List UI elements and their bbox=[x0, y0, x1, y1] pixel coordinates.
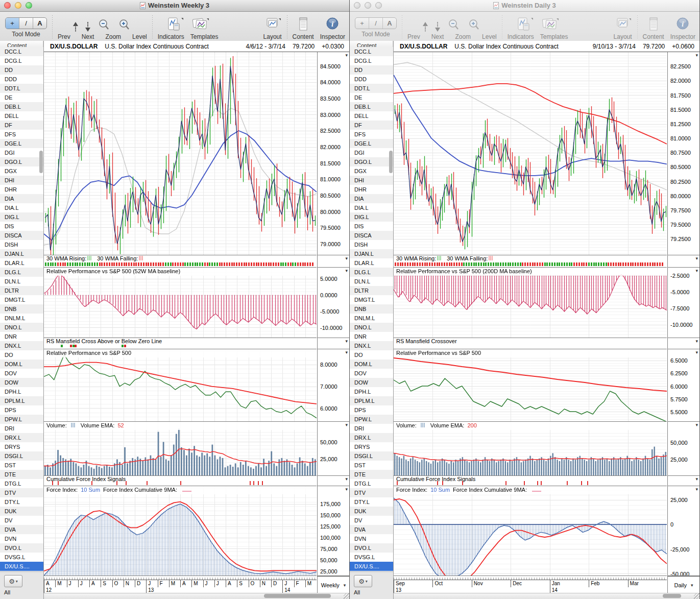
layout-button[interactable] bbox=[614, 16, 632, 32]
sidebar-item[interactable]: DRX.L bbox=[350, 433, 393, 442]
sidebar-item[interactable]: DJAN.L bbox=[350, 249, 393, 258]
sidebar-item[interactable]: DRI bbox=[350, 424, 393, 433]
force-index-canvas[interactable] bbox=[44, 486, 317, 576]
sidebar-item[interactable]: DO bbox=[350, 350, 393, 360]
price-chart-canvas[interactable] bbox=[44, 52, 317, 255]
sidebar-item[interactable]: DOM.L bbox=[0, 360, 43, 369]
sidebar-item[interactable]: DDD bbox=[350, 75, 393, 84]
sidebar-item[interactable]: DNO.L bbox=[350, 323, 393, 332]
scrollbar-thumb[interactable] bbox=[264, 594, 331, 598]
sidebar-item[interactable]: DNR bbox=[350, 332, 393, 341]
sidebar-item[interactable]: DNB bbox=[0, 304, 43, 314]
title-bar[interactable]: Weinstein Daily 3 bbox=[350, 0, 699, 12]
sidebar-item[interactable]: DMGT.L bbox=[0, 295, 43, 304]
zoom-window-button[interactable] bbox=[26, 2, 32, 9]
action-gear-button[interactable]: ⚙▾ bbox=[354, 575, 372, 587]
sidebar-item[interactable]: DPLM.L bbox=[0, 396, 43, 405]
sidebar-item[interactable]: DIG.L bbox=[0, 212, 43, 222]
sidebar-item[interactable]: DHI bbox=[350, 176, 393, 185]
sidebar-scrollbar[interactable] bbox=[39, 151, 43, 173]
horizontal-scrollbar[interactable] bbox=[44, 593, 349, 599]
sidebar-item[interactable]: DVA bbox=[0, 525, 43, 534]
sidebar-item[interactable]: DST bbox=[350, 461, 393, 470]
sidebar-item[interactable]: DVN bbox=[0, 534, 43, 543]
templates-button[interactable] bbox=[541, 16, 559, 32]
line-tool-button[interactable]: / bbox=[19, 18, 33, 29]
sidebar-item[interactable]: DTE bbox=[350, 470, 393, 479]
sidebar-item[interactable]: DTV bbox=[350, 488, 393, 497]
sidebar-item[interactable]: DPH.L bbox=[0, 387, 43, 396]
minimize-button[interactable] bbox=[15, 2, 21, 9]
sidebar-item[interactable]: DVA bbox=[350, 525, 393, 534]
sidebar-item[interactable]: DF bbox=[350, 121, 393, 130]
sidebar-item[interactable]: DTY.L bbox=[350, 497, 393, 507]
sidebar-item[interactable]: DNR bbox=[0, 332, 43, 341]
sidebar-item[interactable]: DFS bbox=[0, 130, 43, 139]
sidebar-scrollbar[interactable] bbox=[389, 151, 393, 173]
zoom-out-button[interactable] bbox=[447, 18, 461, 32]
sidebar-item[interactable]: DOW bbox=[350, 378, 393, 387]
sidebar-item[interactable]: DV bbox=[0, 516, 43, 525]
sidebar-item[interactable]: DTY.L bbox=[0, 497, 43, 507]
period-dropdown[interactable]: Weekly▾ bbox=[317, 576, 349, 593]
relative-performance-histogram-canvas[interactable] bbox=[44, 268, 317, 338]
sidebar-item[interactable]: DPS bbox=[0, 405, 43, 415]
close-button[interactable] bbox=[354, 2, 360, 9]
sidebar-item[interactable]: DLAR.L bbox=[0, 258, 43, 268]
sidebar-item[interactable]: DGX bbox=[350, 166, 393, 176]
sidebar-item[interactable]: DCC.L bbox=[0, 47, 43, 56]
sidebar-item[interactable]: DIS bbox=[350, 222, 393, 231]
horizontal-scrollbar[interactable] bbox=[394, 593, 699, 599]
text-tool-button[interactable]: A bbox=[383, 18, 396, 29]
crosshair-tool-button[interactable]: + bbox=[355, 18, 369, 29]
sidebar-item[interactable]: DX/U.S.... bbox=[0, 562, 43, 571]
sidebar-item[interactable]: DPLM.L bbox=[350, 396, 393, 405]
sidebar-item[interactable]: DGI bbox=[350, 148, 393, 157]
sidebar-item[interactable]: DHR bbox=[0, 185, 43, 194]
sidebar-item[interactable]: DNX.L bbox=[350, 341, 393, 350]
pane-options-dropdown[interactable]: ▾ bbox=[345, 487, 348, 492]
sidebar-item[interactable]: DPS bbox=[350, 405, 393, 415]
sidebar-item[interactable]: DNB bbox=[350, 304, 393, 314]
crosshair-tool-button[interactable]: + bbox=[6, 18, 19, 29]
pane-options-dropdown[interactable]: ▾ bbox=[345, 268, 348, 273]
pane-options-dropdown[interactable]: ▾ bbox=[345, 476, 348, 482]
next-button[interactable] bbox=[85, 20, 90, 32]
sidebar-item[interactable]: DEB.L bbox=[0, 102, 43, 111]
pane-options-dropdown[interactable]: ▾ bbox=[345, 256, 348, 261]
sidebar-item[interactable]: DUK bbox=[350, 507, 393, 516]
sidebar-item[interactable]: DJAN.L bbox=[0, 249, 43, 258]
text-tool-button[interactable]: A bbox=[33, 18, 46, 29]
sidebar-item[interactable]: DDT.L bbox=[0, 84, 43, 93]
force-index-canvas[interactable] bbox=[394, 486, 667, 576]
sidebar-item[interactable]: DVO.L bbox=[350, 543, 393, 553]
sidebar-item[interactable]: DISH bbox=[350, 240, 393, 249]
pane-options-dropdown[interactable]: ▾ bbox=[695, 476, 698, 482]
line-tool-button[interactable]: / bbox=[369, 18, 383, 29]
sidebar-item[interactable]: DLG.L bbox=[0, 268, 43, 277]
action-gear-button[interactable]: ⚙▾ bbox=[4, 575, 22, 587]
pane-options-dropdown[interactable]: ▾ bbox=[345, 350, 348, 355]
sidebar-item[interactable]: DST bbox=[0, 461, 43, 470]
sidebar-item[interactable]: DDD bbox=[0, 75, 43, 84]
content-button[interactable] bbox=[647, 16, 660, 32]
pane-options-dropdown[interactable]: ▾ bbox=[345, 339, 348, 344]
indicators-button[interactable] bbox=[516, 16, 534, 32]
price-chart-canvas[interactable] bbox=[394, 52, 667, 255]
content-button[interactable] bbox=[297, 16, 309, 32]
sidebar-item[interactable]: DRX.L bbox=[0, 433, 43, 442]
sidebar-item[interactable]: DGO.L bbox=[350, 157, 393, 166]
prev-button[interactable] bbox=[73, 20, 78, 32]
sidebar-item[interactable]: DLAR.L bbox=[350, 258, 393, 268]
zoom-out-button[interactable] bbox=[98, 18, 111, 32]
sidebar-item[interactable]: DTG.L bbox=[0, 479, 43, 488]
sidebar-item[interactable]: DUK bbox=[0, 507, 43, 516]
sidebar-item[interactable]: DTG.L bbox=[350, 479, 393, 488]
sidebar-item[interactable]: DRI bbox=[0, 424, 43, 433]
sidebar-item[interactable]: DFS bbox=[350, 130, 393, 139]
sidebar-item[interactable]: DVN bbox=[350, 534, 393, 543]
sidebar-item[interactable]: DRYS bbox=[0, 442, 43, 451]
sidebar-item[interactable]: DSGI.L bbox=[350, 451, 393, 461]
sidebar-item[interactable]: DOM.L bbox=[350, 360, 393, 369]
sidebar-item[interactable]: DGI bbox=[0, 148, 43, 157]
